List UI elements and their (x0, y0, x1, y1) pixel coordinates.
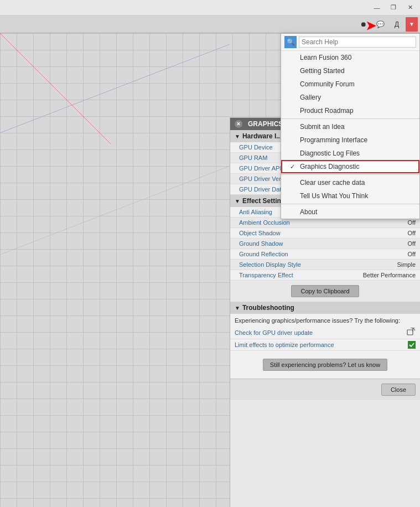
gpu-driver-update-row[interactable]: Check for GPU driver update (230, 326, 420, 339)
getting-started-label: Getting Started (300, 67, 345, 75)
gpu-driver-update-label: Check for GPU driver update (235, 329, 407, 336)
menu-separator-3 (281, 204, 419, 204)
effects-collapse-arrow: ▼ (235, 198, 240, 204)
svg-rect-6 (408, 341, 416, 349)
graphics-diagnostic-label: Graphics Diagnostic (300, 163, 359, 170)
submit-idea-label: Submit an Idea (300, 123, 345, 131)
transparency-effect-row: Transparency Effect Better Performance (230, 270, 420, 281)
ground-reflection-row: Ground Reflection Off (230, 249, 420, 260)
panel-close-x[interactable]: ✕ (235, 120, 242, 128)
transparency-effect-value: Better Performance (363, 272, 416, 278)
troubleshooting-section-label: Troubleshooting (242, 304, 294, 312)
svg-line-1 (0, 166, 230, 255)
object-shadow-label: Object Shadow (239, 230, 408, 236)
close-btn-row: Close (230, 379, 420, 400)
ground-shadow-value: Off (408, 240, 416, 247)
ground-reflection-label: Ground Reflection (239, 251, 408, 257)
community-forum-label: Community Forum (300, 80, 355, 88)
hardware-collapse-arrow: ▼ (235, 133, 240, 139)
user-icon-button[interactable]: Д (389, 17, 405, 32)
ground-shadow-label: Ground Shadow (239, 240, 408, 247)
graphics-diagnostic-checkmark: ✓ (290, 163, 297, 170)
minimize-button[interactable]: — (369, 2, 385, 13)
selection-display-style-value: Simple (397, 261, 416, 268)
hardware-section-label: Hardware I... (242, 132, 282, 140)
search-row: 🔍 (281, 34, 419, 51)
gpu-driver-update-icon (407, 328, 416, 337)
product-roadmap-label: Product Roadmap (300, 107, 354, 115)
diagnostic-log-files-label: Diagnostic Log Files (300, 149, 360, 157)
copy-btn-row: Copy to Clipboard (230, 281, 420, 302)
about-label: About (300, 208, 317, 216)
menu-separator-1 (281, 118, 419, 119)
clear-cache-label: Clear user cache data (300, 179, 365, 187)
menu-item-learn-fusion[interactable]: Learn Fusion 360 (281, 51, 419, 64)
menu-item-about[interactable]: About (281, 205, 419, 219)
title-bar: — ❐ ✕ (0, 0, 420, 15)
limit-effects-checkbox[interactable] (408, 341, 416, 349)
menu-item-getting-started[interactable]: Getting Started (281, 64, 419, 77)
ground-reflection-value: Off (408, 251, 416, 257)
search-input[interactable] (299, 37, 416, 48)
still-experiencing-row: Still experiencing problems? Let us know (230, 351, 420, 379)
troubleshooting-section-header[interactable]: ▼ Troubleshooting (230, 302, 420, 314)
still-experiencing-button[interactable]: Still experiencing problems? Let us know (263, 359, 387, 371)
close-button[interactable]: ✕ (402, 2, 418, 13)
troubleshooting-collapse-arrow: ▼ (235, 305, 240, 311)
limit-effects-label: Limit effects to optimize performance (235, 342, 408, 348)
copy-to-clipboard-button[interactable]: Copy to Clipboard (291, 285, 359, 297)
menu-item-product-roadmap[interactable]: Product Roadmap (281, 104, 419, 117)
menu-item-community-forum[interactable]: Community Forum (281, 77, 419, 91)
menu-separator-2 (281, 174, 419, 175)
ground-shadow-row: Ground Shadow Off (230, 239, 420, 249)
menu-item-gallery[interactable]: Gallery (281, 91, 419, 104)
maximize-button[interactable]: ❐ (386, 2, 401, 13)
learn-fusion-label: Learn Fusion 360 (300, 54, 351, 61)
menu-item-diagnostic-log-files[interactable]: Diagnostic Log Files (281, 147, 419, 160)
menu-item-submit-idea[interactable]: Submit an Idea (281, 120, 419, 133)
menu-item-clear-cache[interactable]: Clear user cache data (281, 176, 419, 189)
search-icon: 🔍 (284, 36, 297, 48)
selection-display-style-row: Selection Display Style Simple (230, 260, 420, 270)
dropdown-menu: 🔍 Learn Fusion 360 Getting Started Commu… (281, 33, 420, 219)
object-shadow-row: Object Shadow Off (230, 228, 420, 239)
panel-close-button[interactable]: Close (381, 384, 416, 396)
troubleshooting-description: Experiencing graphics/performance issues… (230, 314, 420, 326)
menu-item-programming-interface[interactable]: Programming Interface (281, 133, 419, 147)
ambient-occlusion-value: Off (408, 219, 416, 226)
limit-effects-row[interactable]: Limit effects to optimize performance (230, 339, 420, 351)
svg-line-0 (0, 44, 230, 133)
svg-rect-3 (407, 330, 413, 335)
svg-line-2 (0, 33, 111, 144)
ambient-occlusion-label: Ambient Occlusion (239, 219, 408, 226)
gallery-label: Gallery (300, 94, 321, 101)
menu-item-graphics-diagnostic[interactable]: ✓ Graphics Diagnostic (281, 160, 419, 173)
toolbar: ➤ ⏺ 💬 Д ▼ (0, 15, 420, 33)
object-shadow-value: Off (408, 230, 416, 236)
red-arrow-indicator: ➤ (366, 19, 376, 33)
programming-interface-label: Programming Interface (300, 136, 367, 144)
dropdown-button[interactable]: ▼ (406, 17, 418, 32)
menu-item-tell-us[interactable]: Tell Us What You Think (281, 189, 419, 203)
selection-display-style-label: Selection Display Style (239, 261, 397, 268)
transparency-effect-label: Transparency Effect (239, 272, 363, 278)
tell-us-label: Tell Us What You Think (300, 192, 368, 200)
